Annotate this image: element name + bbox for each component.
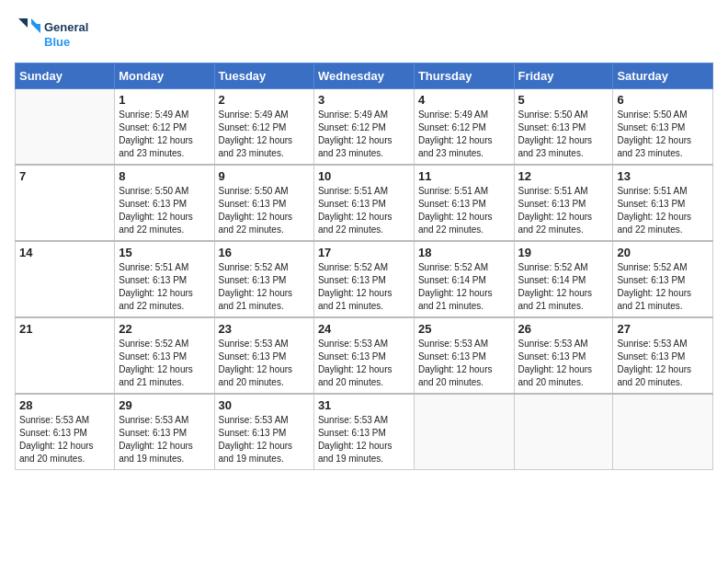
day-number: 9 <box>219 169 310 183</box>
day-number: 29 <box>119 398 210 412</box>
day-info: Sunrise: 5:51 AMSunset: 6:13 PMDaylight:… <box>418 185 510 236</box>
calendar-cell: 11Sunrise: 5:51 AMSunset: 6:13 PMDayligh… <box>414 165 514 241</box>
calendar-cell: 12Sunrise: 5:51 AMSunset: 6:13 PMDayligh… <box>514 165 613 241</box>
day-info: Sunrise: 5:53 AMSunset: 6:13 PMDaylight:… <box>418 338 510 389</box>
day-number: 8 <box>119 169 210 183</box>
day-info: Sunrise: 5:51 AMSunset: 6:13 PMDaylight:… <box>518 185 609 236</box>
calendar-week-row: 2122Sunrise: 5:52 AMSunset: 6:13 PMDayli… <box>16 317 713 394</box>
calendar-week-row: 78Sunrise: 5:50 AMSunset: 6:13 PMDayligh… <box>16 165 713 241</box>
day-number: 22 <box>119 322 210 336</box>
day-info: Sunrise: 5:52 AMSunset: 6:14 PMDaylight:… <box>418 261 510 313</box>
calendar-table: SundayMondayTuesdayWednesdayThursdayFrid… <box>15 63 713 470</box>
calendar-cell: 19Sunrise: 5:52 AMSunset: 6:14 PMDayligh… <box>514 241 613 317</box>
day-info: Sunrise: 5:51 AMSunset: 6:13 PMDaylight:… <box>119 261 210 313</box>
calendar-cell: 31Sunrise: 5:53 AMSunset: 6:13 PMDayligh… <box>313 394 414 470</box>
day-number: 10 <box>318 169 410 183</box>
calendar-cell: 8Sunrise: 5:50 AMSunset: 6:13 PMDaylight… <box>115 165 214 241</box>
calendar-week-row: 28Sunrise: 5:53 AMSunset: 6:13 PMDayligh… <box>16 394 713 470</box>
day-number: 5 <box>518 93 609 107</box>
calendar-cell: 1Sunrise: 5:49 AMSunset: 6:12 PMDaylight… <box>115 89 214 166</box>
calendar-week-row: 1415Sunrise: 5:51 AMSunset: 6:13 PMDayli… <box>16 241 713 317</box>
day-info: Sunrise: 5:52 AMSunset: 6:13 PMDaylight:… <box>219 261 310 313</box>
day-number: 25 <box>418 322 510 336</box>
day-number: 31 <box>318 398 410 412</box>
day-number: 6 <box>617 93 709 107</box>
calendar-cell: 25Sunrise: 5:53 AMSunset: 6:13 PMDayligh… <box>414 317 514 394</box>
day-number: 23 <box>219 322 310 336</box>
calendar-cell: 17Sunrise: 5:52 AMSunset: 6:13 PMDayligh… <box>313 241 414 317</box>
day-info: Sunrise: 5:50 AMSunset: 6:13 PMDaylight:… <box>617 109 709 160</box>
day-info: Sunrise: 5:53 AMSunset: 6:13 PMDaylight:… <box>318 338 410 389</box>
day-number: 30 <box>219 398 310 412</box>
calendar-cell: 2Sunrise: 5:49 AMSunset: 6:12 PMDaylight… <box>214 89 313 166</box>
day-header-tuesday: Tuesday <box>214 63 313 89</box>
day-number: 15 <box>119 246 210 259</box>
svg-marker-2 <box>31 18 40 33</box>
day-info: Sunrise: 5:51 AMSunset: 6:13 PMDaylight:… <box>617 185 709 236</box>
page-header: General Blue <box>15 15 713 55</box>
day-info: Sunrise: 5:49 AMSunset: 6:12 PMDaylight:… <box>418 109 510 160</box>
svg-text:General: General <box>44 20 88 34</box>
calendar-cell: 16Sunrise: 5:52 AMSunset: 6:13 PMDayligh… <box>214 241 313 317</box>
calendar-cell: 9Sunrise: 5:50 AMSunset: 6:13 PMDaylight… <box>214 165 313 241</box>
calendar-cell <box>16 89 115 166</box>
day-header-wednesday: Wednesday <box>313 63 414 89</box>
day-info: Sunrise: 5:52 AMSunset: 6:13 PMDaylight:… <box>318 261 410 313</box>
calendar-cell: 10Sunrise: 5:51 AMSunset: 6:13 PMDayligh… <box>313 165 414 241</box>
day-number: 20 <box>617 246 709 259</box>
calendar-cell <box>613 394 713 470</box>
calendar-cell: 30Sunrise: 5:53 AMSunset: 6:13 PMDayligh… <box>214 394 313 470</box>
day-header-thursday: Thursday <box>414 63 514 89</box>
day-header-friday: Friday <box>514 63 613 89</box>
calendar-cell: 23Sunrise: 5:53 AMSunset: 6:13 PMDayligh… <box>214 317 313 394</box>
day-number: 16 <box>219 246 310 259</box>
calendar-cell: 4Sunrise: 5:49 AMSunset: 6:12 PMDaylight… <box>414 89 514 166</box>
calendar-cell: 22Sunrise: 5:52 AMSunset: 6:13 PMDayligh… <box>115 317 214 394</box>
day-number: 28 <box>19 398 110 412</box>
day-number: 2 <box>219 93 310 107</box>
calendar-header-row: SundayMondayTuesdayWednesdayThursdayFrid… <box>16 63 713 89</box>
day-info: Sunrise: 5:50 AMSunset: 6:13 PMDaylight:… <box>119 185 210 236</box>
calendar-cell <box>514 394 613 470</box>
calendar-cell: 28Sunrise: 5:53 AMSunset: 6:13 PMDayligh… <box>16 394 115 470</box>
day-number: 19 <box>518 246 609 259</box>
calendar-week-row: 1Sunrise: 5:49 AMSunset: 6:12 PMDaylight… <box>16 89 713 166</box>
day-info: Sunrise: 5:53 AMSunset: 6:13 PMDaylight:… <box>119 414 210 465</box>
calendar-cell: 6Sunrise: 5:50 AMSunset: 6:13 PMDaylight… <box>613 89 713 166</box>
day-info: Sunrise: 5:50 AMSunset: 6:13 PMDaylight:… <box>219 185 310 236</box>
day-info: Sunrise: 5:52 AMSunset: 6:13 PMDaylight:… <box>617 261 709 313</box>
calendar-cell: 7 <box>16 165 115 241</box>
calendar-cell: 20Sunrise: 5:52 AMSunset: 6:13 PMDayligh… <box>613 241 713 317</box>
day-number: 14 <box>19 246 110 259</box>
calendar-cell: 21 <box>16 317 115 394</box>
calendar-cell: 26Sunrise: 5:53 AMSunset: 6:13 PMDayligh… <box>514 317 613 394</box>
day-number: 26 <box>518 322 609 336</box>
day-number: 21 <box>19 322 110 336</box>
day-info: Sunrise: 5:53 AMSunset: 6:13 PMDaylight:… <box>518 338 609 389</box>
calendar-cell <box>414 394 514 470</box>
logo-svg: General Blue <box>15 15 125 55</box>
logo: General Blue <box>15 15 125 55</box>
day-number: 11 <box>418 169 510 183</box>
day-info: Sunrise: 5:51 AMSunset: 6:13 PMDaylight:… <box>318 185 410 236</box>
calendar-cell: 29Sunrise: 5:53 AMSunset: 6:13 PMDayligh… <box>115 394 214 470</box>
day-header-sunday: Sunday <box>16 63 115 89</box>
day-number: 3 <box>318 93 410 107</box>
day-info: Sunrise: 5:52 AMSunset: 6:14 PMDaylight:… <box>518 261 609 313</box>
day-info: Sunrise: 5:53 AMSunset: 6:13 PMDaylight:… <box>19 414 110 465</box>
day-number: 27 <box>617 322 709 336</box>
calendar-cell: 5Sunrise: 5:50 AMSunset: 6:13 PMDaylight… <box>514 89 613 166</box>
svg-text:Blue: Blue <box>44 35 70 49</box>
day-info: Sunrise: 5:50 AMSunset: 6:13 PMDaylight:… <box>518 109 609 160</box>
calendar-cell: 3Sunrise: 5:49 AMSunset: 6:12 PMDaylight… <box>313 89 414 166</box>
day-number: 4 <box>418 93 510 107</box>
calendar-cell: 14 <box>16 241 115 317</box>
day-info: Sunrise: 5:53 AMSunset: 6:13 PMDaylight:… <box>617 338 709 389</box>
day-info: Sunrise: 5:53 AMSunset: 6:13 PMDaylight:… <box>219 414 310 465</box>
day-info: Sunrise: 5:52 AMSunset: 6:13 PMDaylight:… <box>119 338 210 389</box>
day-info: Sunrise: 5:49 AMSunset: 6:12 PMDaylight:… <box>219 109 310 160</box>
day-number: 1 <box>119 93 210 107</box>
calendar-cell: 27Sunrise: 5:53 AMSunset: 6:13 PMDayligh… <box>613 317 713 394</box>
day-info: Sunrise: 5:49 AMSunset: 6:12 PMDaylight:… <box>119 109 210 160</box>
day-number: 17 <box>318 246 410 259</box>
